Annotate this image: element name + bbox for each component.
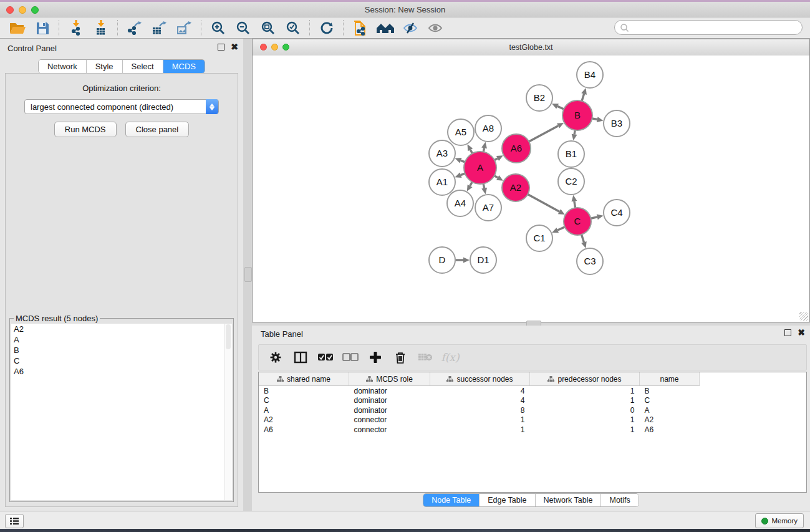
graph-node-C3[interactable]: C3 bbox=[577, 248, 603, 274]
node-table[interactable]: shared nameMCDS rolesuccessor nodesprede… bbox=[258, 372, 807, 493]
close-table-panel-icon[interactable]: ✖ bbox=[798, 329, 805, 336]
result-list-item[interactable]: A6 bbox=[11, 366, 225, 377]
edge-A-A1[interactable] bbox=[461, 173, 465, 175]
graph-node-D[interactable]: D bbox=[429, 247, 455, 273]
edge-B-B2[interactable] bbox=[557, 106, 564, 109]
close-panel-button[interactable]: Close panel bbox=[125, 122, 190, 137]
vertical-splitter-handle[interactable] bbox=[244, 267, 252, 282]
open-file-icon[interactable] bbox=[5, 19, 30, 37]
graph-node-C1[interactable]: C1 bbox=[526, 225, 552, 251]
edge-C-C4[interactable] bbox=[591, 217, 597, 218]
result-list-item[interactable]: A bbox=[11, 334, 225, 345]
graph-node-A2[interactable]: A2 bbox=[502, 174, 529, 201]
graph-node-A1[interactable]: A1 bbox=[429, 169, 455, 195]
edge-A2-C[interactable] bbox=[528, 195, 559, 212]
network-window-titlebar[interactable]: testGlobe.txt bbox=[253, 39, 809, 56]
mcds-result-list[interactable]: A2ABCA6 bbox=[11, 324, 225, 500]
edge-C-C1[interactable] bbox=[557, 227, 565, 230]
import-table-icon[interactable] bbox=[89, 19, 113, 37]
show-columns-icon[interactable] bbox=[292, 349, 309, 365]
tab-style[interactable]: Style bbox=[87, 60, 123, 73]
export-image-icon[interactable] bbox=[172, 19, 197, 37]
deselect-all-columns-icon[interactable] bbox=[342, 349, 359, 365]
result-list-item[interactable]: A2 bbox=[11, 324, 225, 334]
edge-A-A7[interactable] bbox=[483, 183, 484, 188]
result-list-item[interactable]: C bbox=[11, 355, 225, 366]
graph-node-C2[interactable]: C2 bbox=[558, 168, 584, 195]
table-settings-gear-icon[interactable] bbox=[268, 349, 284, 365]
zoom-out-icon[interactable] bbox=[231, 19, 256, 37]
float-panel-icon[interactable] bbox=[218, 44, 224, 51]
zoom-fit-icon[interactable] bbox=[256, 19, 281, 37]
edge-C-C3[interactable] bbox=[582, 235, 584, 242]
edge-B-B3[interactable] bbox=[592, 118, 597, 120]
tab-node-table[interactable]: Node Table bbox=[423, 494, 480, 506]
result-scrollbar[interactable] bbox=[224, 324, 232, 500]
refresh-layout-icon[interactable] bbox=[314, 19, 339, 37]
graph-node-B4[interactable]: B4 bbox=[577, 62, 603, 88]
result-list-item[interactable]: B bbox=[11, 345, 225, 355]
graph-node-C[interactable]: C bbox=[564, 208, 591, 235]
close-panel-icon[interactable]: ✖ bbox=[231, 44, 238, 51]
tab-motifs[interactable]: Motifs bbox=[601, 494, 638, 506]
graph-node-A6[interactable]: A6 bbox=[502, 134, 531, 163]
edge-A-A5[interactable] bbox=[470, 150, 472, 153]
tab-mcds[interactable]: MCDS bbox=[163, 60, 205, 73]
tab-select[interactable]: Select bbox=[123, 60, 163, 73]
network-canvas[interactable]: A5A8A6A3AA1A2A4A7B2B4BB3B1C2CC4C1C3DD1 bbox=[253, 56, 809, 322]
select-all-columns-icon[interactable] bbox=[317, 349, 334, 365]
run-mcds-button[interactable]: Run MCDS bbox=[54, 122, 117, 137]
export-network-icon[interactable] bbox=[122, 19, 147, 37]
graph-node-B2[interactable]: B2 bbox=[526, 85, 552, 111]
task-history-button[interactable] bbox=[5, 514, 24, 528]
show-graphics-eye-icon[interactable] bbox=[423, 19, 448, 37]
graph-node-A7[interactable]: A7 bbox=[475, 195, 501, 221]
new-network-from-selection-icon[interactable] bbox=[348, 19, 373, 37]
graph-node-A8[interactable]: A8 bbox=[475, 115, 501, 142]
graph-node-B1[interactable]: B1 bbox=[558, 141, 584, 167]
column-header-name[interactable]: name bbox=[640, 372, 700, 386]
edge-A6-B[interactable] bbox=[529, 126, 558, 142]
graph-node-C4[interactable]: C4 bbox=[604, 200, 630, 226]
optimization-criterion-select[interactable]: largest connected component (directed) bbox=[24, 99, 219, 114]
graph-node-B3[interactable]: B3 bbox=[604, 110, 630, 137]
table-row[interactable]: A2connector11A2 bbox=[259, 415, 806, 425]
network-graph[interactable]: A5A8A6A3AA1A2A4A7B2B4BB3B1C2CC4C1C3DD1 bbox=[253, 56, 809, 322]
graph-node-D1[interactable]: D1 bbox=[470, 247, 496, 273]
edge-C-C2[interactable] bbox=[574, 201, 576, 208]
import-network-icon[interactable] bbox=[64, 19, 89, 37]
main-titlebar[interactable]: Session: New Session bbox=[0, 2, 810, 17]
graph-node-A5[interactable]: A5 bbox=[448, 119, 474, 145]
float-table-panel-icon[interactable] bbox=[784, 329, 791, 336]
table-row[interactable]: Adominator80A bbox=[259, 405, 806, 415]
home-layout-icon[interactable] bbox=[373, 19, 398, 37]
edge-B-B1[interactable] bbox=[574, 130, 575, 135]
column-header-shared-name[interactable]: shared name bbox=[259, 372, 349, 386]
table-row[interactable]: Bdominator41B bbox=[259, 386, 806, 396]
tab-network-table[interactable]: Network Table bbox=[536, 494, 602, 506]
graph-node-A3[interactable]: A3 bbox=[429, 140, 455, 167]
export-table-icon[interactable] bbox=[147, 19, 172, 37]
memory-button[interactable]: Memory bbox=[755, 513, 804, 528]
graph-node-B[interactable]: B bbox=[562, 100, 592, 130]
graph-node-A[interactable]: A bbox=[464, 152, 496, 184]
edge-B-B4[interactable] bbox=[582, 94, 584, 101]
resize-grip-icon[interactable] bbox=[799, 312, 808, 321]
add-column-icon[interactable] bbox=[367, 349, 383, 365]
delete-column-icon[interactable] bbox=[392, 349, 408, 365]
tab-network[interactable]: Network bbox=[39, 60, 87, 73]
zoom-in-icon[interactable] bbox=[206, 19, 231, 37]
table-row[interactable]: A6connector11A6 bbox=[259, 425, 806, 435]
save-session-icon[interactable] bbox=[30, 19, 55, 37]
hide-panels-eye-icon[interactable] bbox=[398, 19, 423, 37]
graph-node-A4[interactable]: A4 bbox=[447, 190, 473, 216]
column-header-predecessor-nodes[interactable]: predecessor nodes bbox=[530, 372, 640, 386]
column-header-successor-nodes[interactable]: successor nodes bbox=[430, 372, 530, 386]
table-row[interactable]: Cdominator41C bbox=[259, 396, 806, 406]
zoom-selected-icon[interactable] bbox=[281, 19, 306, 37]
edge-A-A3[interactable] bbox=[461, 160, 465, 162]
edge-A-A4[interactable] bbox=[470, 182, 473, 186]
tab-edge-table[interactable]: Edge Table bbox=[480, 494, 535, 506]
column-header-MCDS-role[interactable]: MCDS role bbox=[349, 372, 430, 386]
search-input[interactable] bbox=[614, 20, 803, 35]
